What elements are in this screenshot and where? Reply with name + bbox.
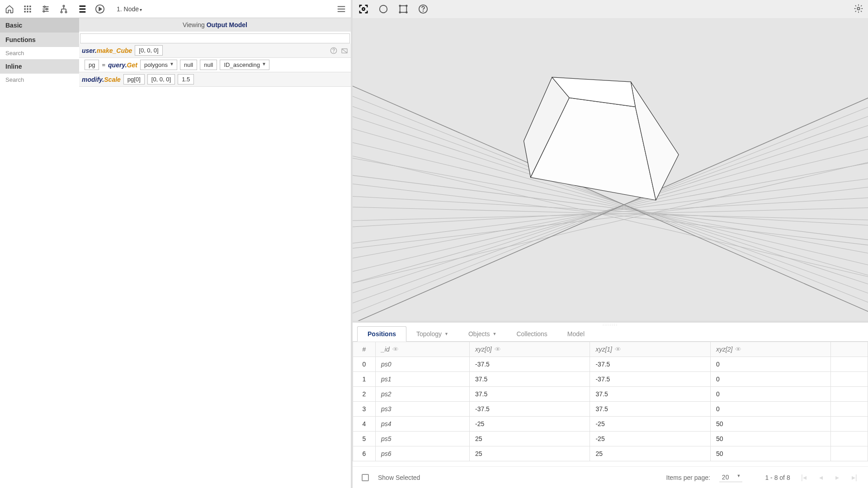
items-per-page-label: Items per page: bbox=[666, 474, 710, 481]
svg-point-15 bbox=[63, 5, 64, 6]
next-page-button[interactable]: ▸ bbox=[834, 471, 841, 483]
svg-point-34 bbox=[334, 52, 334, 52]
sliders-icon[interactable] bbox=[41, 4, 51, 14]
help-icon[interactable] bbox=[330, 47, 337, 54]
zoom-fit-icon[interactable] bbox=[358, 4, 369, 14]
viewing-bar: Viewing Output Model bbox=[79, 18, 351, 32]
svg-point-38 bbox=[380, 5, 387, 13]
left-sidebar: Basic Functions Search Inline Search bbox=[0, 18, 79, 488]
svg-rect-4 bbox=[27, 8, 28, 9]
param-box[interactable]: null bbox=[180, 60, 197, 70]
cell-xyz0: 37.5 bbox=[470, 372, 590, 387]
cell-xyz0: -25 bbox=[470, 417, 590, 432]
cell-id: ps1 bbox=[376, 372, 470, 387]
svg-point-10 bbox=[44, 6, 45, 7]
code-line-1[interactable]: user.make_Cube [0, 0, 0] bbox=[79, 43, 351, 58]
col-xyz2[interactable]: xyz[2]👁 bbox=[710, 342, 830, 357]
cell-xyz2: 50 bbox=[710, 417, 830, 432]
cell-xyz1: -25 bbox=[590, 417, 710, 432]
var-box[interactable]: pg bbox=[85, 60, 99, 70]
eye-icon[interactable]: 👁 bbox=[615, 346, 621, 353]
svg-point-41 bbox=[406, 5, 407, 6]
tab-objects[interactable]: Objects▼ bbox=[458, 326, 506, 341]
circle-icon[interactable] bbox=[378, 4, 389, 14]
cell-xyz1: 37.5 bbox=[590, 402, 710, 417]
tab-collections[interactable]: Collections bbox=[506, 326, 557, 341]
svg-point-42 bbox=[399, 12, 401, 13]
category-functions[interactable]: Functions bbox=[0, 33, 79, 47]
flowchart-icon[interactable] bbox=[59, 4, 69, 14]
svg-point-46 bbox=[857, 7, 860, 10]
param-box[interactable]: pg[0] bbox=[123, 74, 145, 84]
table-row[interactable]: 6ps6252550 bbox=[353, 446, 868, 461]
tab-topology[interactable]: Topology▼ bbox=[406, 326, 458, 341]
eye-icon[interactable]: 👁 bbox=[495, 346, 501, 353]
table-row[interactable]: 0ps0-37.5-37.50 bbox=[353, 357, 868, 372]
table-row[interactable]: 1ps137.5-37.50 bbox=[353, 372, 868, 387]
disable-icon[interactable] bbox=[341, 47, 348, 54]
cell-xyz1: -37.5 bbox=[590, 357, 710, 372]
items-per-page-select[interactable]: 20 bbox=[719, 473, 743, 482]
svg-rect-2 bbox=[29, 5, 31, 7]
table-row[interactable]: 3ps3-37.537.50 bbox=[353, 402, 868, 417]
cell-empty bbox=[831, 372, 868, 387]
gear-icon[interactable] bbox=[854, 4, 863, 14]
svg-point-20 bbox=[61, 11, 62, 13]
code-line-2[interactable]: pg = query.Get polygons null null ID_asc… bbox=[79, 58, 351, 72]
tab-positions[interactable]: Positions bbox=[357, 326, 406, 342]
data-tabs: Positions Topology▼ Objects▼ Collections… bbox=[353, 326, 868, 342]
help-circle-icon[interactable] bbox=[418, 4, 429, 14]
table-row[interactable]: 4ps4-25-2550 bbox=[353, 417, 868, 432]
show-selected-checkbox[interactable] bbox=[362, 474, 369, 481]
list-icon[interactable] bbox=[77, 4, 87, 14]
table-row[interactable]: 5ps525-2550 bbox=[353, 432, 868, 446]
select-icon[interactable] bbox=[398, 4, 409, 14]
category-basic[interactable]: Basic bbox=[0, 18, 79, 33]
cell-index: 4 bbox=[353, 417, 376, 432]
cell-xyz1: -25 bbox=[590, 432, 710, 446]
drag-handle[interactable]: :::::::: bbox=[353, 323, 868, 326]
right-panel: pg bbox=[353, 0, 868, 488]
inline-search[interactable]: Search bbox=[0, 74, 79, 86]
table-row[interactable]: 2ps237.537.50 bbox=[353, 387, 868, 402]
param-box[interactable]: [0, 0, 0] bbox=[135, 45, 162, 56]
svg-point-37 bbox=[362, 8, 365, 10]
hamburger-icon[interactable] bbox=[336, 4, 346, 14]
node-selector[interactable]: 1. Node▾ bbox=[117, 5, 142, 13]
3d-viewport[interactable] bbox=[353, 18, 868, 321]
cell-empty bbox=[831, 417, 868, 432]
param-box[interactable]: 1.5 bbox=[178, 74, 194, 84]
cell-xyz2: 0 bbox=[710, 357, 830, 372]
prev-page-button[interactable]: ◂ bbox=[817, 471, 825, 483]
param-select[interactable]: polygons bbox=[140, 60, 177, 70]
eye-icon[interactable]: 👁 bbox=[392, 346, 399, 353]
code-line-3[interactable]: modify.Scale pg[0] [0, 0, 0] 1.5 bbox=[79, 72, 351, 87]
grid-icon[interactable] bbox=[23, 4, 33, 14]
param-box[interactable]: [0, 0, 0] bbox=[147, 74, 175, 84]
svg-point-43 bbox=[406, 12, 407, 13]
cell-xyz1: 25 bbox=[590, 446, 710, 461]
first-page-button[interactable]: |◂ bbox=[799, 471, 808, 483]
functions-search[interactable]: Search bbox=[0, 47, 79, 59]
svg-line-36 bbox=[342, 49, 347, 53]
positions-table: # _id👁 xyz[0]👁 xyz[1]👁 xyz[2]👁 0ps0-37.5… bbox=[353, 342, 868, 461]
col-id[interactable]: _id👁 bbox=[376, 342, 470, 357]
cell-id: ps3 bbox=[376, 402, 470, 417]
svg-point-40 bbox=[399, 5, 401, 6]
cell-index: 1 bbox=[353, 372, 376, 387]
tab-model[interactable]: Model bbox=[557, 326, 594, 341]
category-inline[interactable]: Inline bbox=[0, 59, 79, 74]
col-xyz0[interactable]: xyz[0]👁 bbox=[470, 342, 590, 357]
code-search-input[interactable] bbox=[80, 33, 350, 43]
param-box[interactable]: null bbox=[200, 60, 217, 70]
play-icon[interactable] bbox=[95, 4, 105, 14]
cell-empty bbox=[831, 357, 868, 372]
col-index[interactable]: # bbox=[353, 342, 376, 357]
col-xyz1[interactable]: xyz[1]👁 bbox=[590, 342, 710, 357]
last-page-button[interactable]: ▸| bbox=[850, 471, 859, 483]
svg-rect-3 bbox=[24, 8, 26, 9]
eye-icon[interactable]: 👁 bbox=[735, 346, 741, 353]
param-select[interactable]: ID_ascending bbox=[220, 60, 269, 70]
cell-empty bbox=[831, 387, 868, 402]
home-icon[interactable] bbox=[5, 4, 14, 14]
